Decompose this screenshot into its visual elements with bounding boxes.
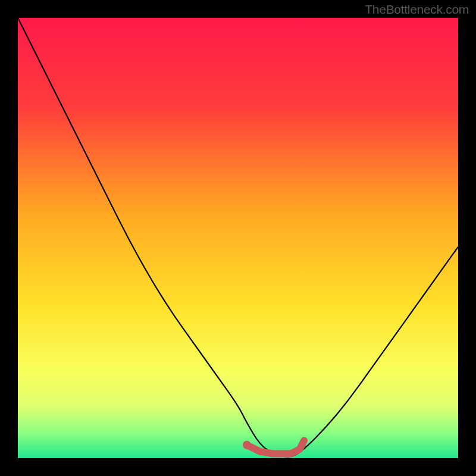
optimal-start-dot (243, 441, 251, 449)
curve-layer (18, 18, 458, 458)
attribution-label: TheBottleneck.com (365, 2, 469, 17)
bottleneck-curve (18, 18, 458, 457)
plot-area (18, 18, 458, 458)
optimal-range-marker (247, 440, 304, 453)
